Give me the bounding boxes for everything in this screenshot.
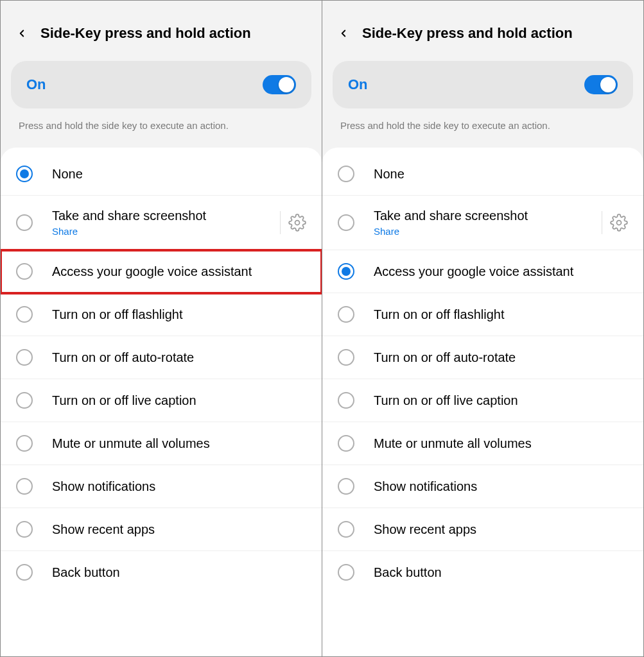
radio-button[interactable] <box>16 214 33 231</box>
option-item[interactable]: Turn on or off auto-rotate <box>1 336 322 379</box>
option-item[interactable]: None <box>322 153 643 196</box>
option-text: Back button <box>374 565 628 580</box>
radio-button[interactable] <box>16 392 33 409</box>
toggle-label: On <box>26 76 46 93</box>
radio-button[interactable] <box>16 166 33 182</box>
option-item[interactable]: Take and share screenshotShare <box>1 196 322 250</box>
option-label: Show notifications <box>52 479 306 494</box>
option-label: Mute or unmute all volumes <box>374 436 628 451</box>
toggle-switch[interactable] <box>263 75 296 94</box>
radio-button[interactable] <box>338 564 354 581</box>
radio-button[interactable] <box>338 166 354 182</box>
toggle-label: On <box>348 76 368 93</box>
option-item[interactable]: None <box>1 153 322 196</box>
radio-button[interactable] <box>338 263 354 280</box>
radio-button[interactable] <box>16 521 33 538</box>
radio-button[interactable] <box>16 306 33 323</box>
svg-point-1 <box>617 221 622 225</box>
description-text: Press and hold the side key to execute a… <box>322 108 643 148</box>
options-list: NoneTake and share screenshotShareAccess… <box>1 148 322 656</box>
option-text: Access your google voice assistant <box>374 264 628 279</box>
option-item[interactable]: Turn on or off flashlight <box>322 293 643 336</box>
settings-panel: Side-Key press and hold actionOnPress an… <box>1 1 322 656</box>
svg-point-0 <box>295 221 300 225</box>
option-item[interactable]: Turn on or off live caption <box>322 379 643 422</box>
option-label: Turn on or off auto-rotate <box>374 350 628 365</box>
option-label: Take and share screenshot <box>374 209 594 223</box>
radio-button[interactable] <box>338 306 354 323</box>
back-icon[interactable] <box>16 28 28 39</box>
gear-icon[interactable] <box>610 214 628 232</box>
option-text: None <box>52 167 306 182</box>
radio-button[interactable] <box>338 521 354 538</box>
radio-button[interactable] <box>16 349 33 366</box>
radio-button[interactable] <box>338 435 354 452</box>
option-item[interactable]: Show notifications <box>322 465 643 508</box>
option-text: Access your google voice assistant <box>52 264 306 279</box>
option-text: Mute or unmute all volumes <box>374 436 628 451</box>
header: Side-Key press and hold action <box>322 1 643 61</box>
option-text: Show recent apps <box>374 522 628 537</box>
option-item[interactable]: Turn on or off flashlight <box>1 293 322 336</box>
option-text: Back button <box>52 565 306 580</box>
option-label: Show recent apps <box>374 522 628 537</box>
option-text: Mute or unmute all volumes <box>52 436 306 451</box>
option-item[interactable]: Back button <box>1 551 322 593</box>
options-list: NoneTake and share screenshotShareAccess… <box>322 148 643 656</box>
radio-dot <box>20 169 29 178</box>
option-label: Turn on or off auto-rotate <box>52 350 306 365</box>
option-label: None <box>374 167 628 182</box>
option-item[interactable]: Show notifications <box>1 465 322 508</box>
option-label: Take and share screenshot <box>52 209 272 223</box>
option-label: Turn on or off flashlight <box>374 307 628 322</box>
radio-button[interactable] <box>338 392 354 409</box>
radio-dot <box>342 267 351 276</box>
master-toggle-card: On <box>11 61 311 108</box>
option-label: Access your google voice assistant <box>374 264 628 279</box>
master-toggle-card: On <box>333 61 633 108</box>
radio-button[interactable] <box>16 263 33 280</box>
option-item[interactable]: Show recent apps <box>322 508 643 551</box>
option-label: Turn on or off flashlight <box>52 307 306 322</box>
radio-button[interactable] <box>338 214 354 231</box>
option-item[interactable]: Mute or unmute all volumes <box>1 422 322 465</box>
option-item[interactable]: Turn on or off auto-rotate <box>322 336 643 379</box>
radio-button[interactable] <box>16 478 33 495</box>
option-item[interactable]: Access your google voice assistant <box>322 250 643 293</box>
toggle-knob <box>279 77 294 92</box>
option-item[interactable]: Mute or unmute all volumes <box>322 422 643 465</box>
option-label: Turn on or off live caption <box>52 393 306 408</box>
divider <box>280 211 281 234</box>
option-label: Access your google voice assistant <box>52 264 306 279</box>
option-label: Turn on or off live caption <box>374 393 628 408</box>
page-title: Side-Key press and hold action <box>362 25 573 42</box>
option-label: Back button <box>52 565 306 580</box>
option-item[interactable]: Back button <box>322 551 643 593</box>
option-item[interactable]: Turn on or off live caption <box>1 379 322 422</box>
toggle-switch[interactable] <box>584 75 618 94</box>
option-label: Mute or unmute all volumes <box>52 436 306 451</box>
option-item[interactable]: Show recent apps <box>1 508 322 551</box>
option-text: Turn on or off flashlight <box>374 307 628 322</box>
option-text: Turn on or off flashlight <box>52 307 306 322</box>
option-label: None <box>52 167 306 182</box>
gear-icon[interactable] <box>288 214 306 232</box>
option-text: Take and share screenshotShare <box>374 209 594 237</box>
radio-button[interactable] <box>16 435 33 452</box>
option-item[interactable]: Take and share screenshotShare <box>322 196 643 250</box>
settings-panel: Side-Key press and hold actionOnPress an… <box>322 1 643 656</box>
option-text: Turn on or off live caption <box>52 393 306 408</box>
option-text: Show recent apps <box>52 522 306 537</box>
option-item[interactable]: Access your google voice assistant <box>1 250 322 293</box>
back-icon[interactable] <box>338 28 349 39</box>
option-sublabel: Share <box>52 226 272 237</box>
option-text: Turn on or off auto-rotate <box>374 350 628 365</box>
page-title: Side-Key press and hold action <box>40 25 251 42</box>
radio-button[interactable] <box>338 349 354 366</box>
option-label: Show notifications <box>374 479 628 494</box>
option-label: Show recent apps <box>52 522 306 537</box>
option-label: Back button <box>374 565 628 580</box>
option-sublabel: Share <box>374 226 594 237</box>
radio-button[interactable] <box>16 564 33 581</box>
radio-button[interactable] <box>338 478 354 495</box>
